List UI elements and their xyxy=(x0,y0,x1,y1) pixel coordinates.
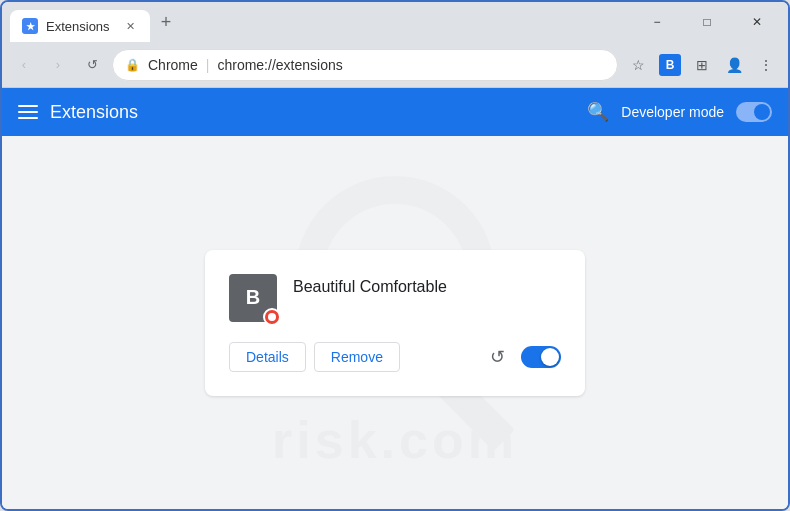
reload-button[interactable]: ↺ xyxy=(78,51,106,79)
extensions-button[interactable]: ⊞ xyxy=(688,51,716,79)
forward-button[interactable]: › xyxy=(44,51,72,79)
minimize-button[interactable]: − xyxy=(634,6,680,38)
maximize-button[interactable]: □ xyxy=(684,6,730,38)
new-tab-button[interactable]: + xyxy=(152,8,180,36)
extension-badge xyxy=(263,308,281,326)
active-tab[interactable]: ★ Extensions ✕ xyxy=(10,10,150,42)
extensions-header: Extensions 🔍 Developer mode xyxy=(2,88,788,136)
tab-favicon: ★ xyxy=(22,18,38,34)
extension-card: B Beautiful Comfortable Details Remove ↺ xyxy=(205,250,585,396)
watermark-text: risk.com xyxy=(272,410,518,470)
tab-title: Extensions xyxy=(46,19,110,34)
b-extension-icon[interactable]: B xyxy=(656,51,684,79)
b-icon: B xyxy=(659,54,681,76)
main-content: risk.com B Beautiful Comfortable Details… xyxy=(2,136,788,509)
refresh-extension-icon[interactable]: ↺ xyxy=(490,346,505,368)
omnibox[interactable]: 🔒 Chrome | chrome://extensions xyxy=(112,49,618,81)
details-button[interactable]: Details xyxy=(229,342,306,372)
header-left: Extensions xyxy=(18,102,138,123)
url-text: chrome://extensions xyxy=(217,57,342,73)
address-bar: ‹ › ↺ 🔒 Chrome | chrome://extensions ☆ B… xyxy=(2,42,788,88)
bookmark-button[interactable]: ☆ xyxy=(624,51,652,79)
tab-area: ★ Extensions ✕ + xyxy=(10,2,630,42)
chrome-menu-button[interactable]: ⋮ xyxy=(752,51,780,79)
browser-window: ★ Extensions ✕ + − □ ✕ ‹ xyxy=(0,0,790,511)
badge-inner xyxy=(268,313,276,321)
tab-favicon-icon: ★ xyxy=(26,21,35,32)
secure-icon: 🔒 xyxy=(125,58,140,72)
developer-mode-toggle[interactable] xyxy=(736,102,772,122)
developer-mode-label: Developer mode xyxy=(621,104,724,120)
extension-name: Beautiful Comfortable xyxy=(293,274,447,296)
title-bar: ★ Extensions ✕ + − □ ✕ xyxy=(2,2,788,42)
extension-enabled-toggle[interactable] xyxy=(521,346,561,368)
extension-card-top: B Beautiful Comfortable xyxy=(229,274,561,322)
extensions-page-title: Extensions xyxy=(50,102,138,123)
window-controls: − □ ✕ xyxy=(634,6,780,38)
search-icon[interactable]: 🔍 xyxy=(587,101,609,123)
url-divider: | xyxy=(206,57,210,73)
tab-close-button[interactable]: ✕ xyxy=(122,18,138,34)
close-button[interactable]: ✕ xyxy=(734,6,780,38)
profile-button[interactable]: 👤 xyxy=(720,51,748,79)
header-right: 🔍 Developer mode xyxy=(587,101,772,123)
site-name: Chrome xyxy=(148,57,198,73)
remove-button[interactable]: Remove xyxy=(314,342,400,372)
extension-icon-wrapper: B xyxy=(229,274,277,322)
toolbar-icons: ☆ B ⊞ 👤 ⋮ xyxy=(624,51,780,79)
back-button[interactable]: ‹ xyxy=(10,51,38,79)
hamburger-menu-button[interactable] xyxy=(18,105,38,119)
extension-card-bottom: Details Remove ↺ xyxy=(229,342,561,372)
